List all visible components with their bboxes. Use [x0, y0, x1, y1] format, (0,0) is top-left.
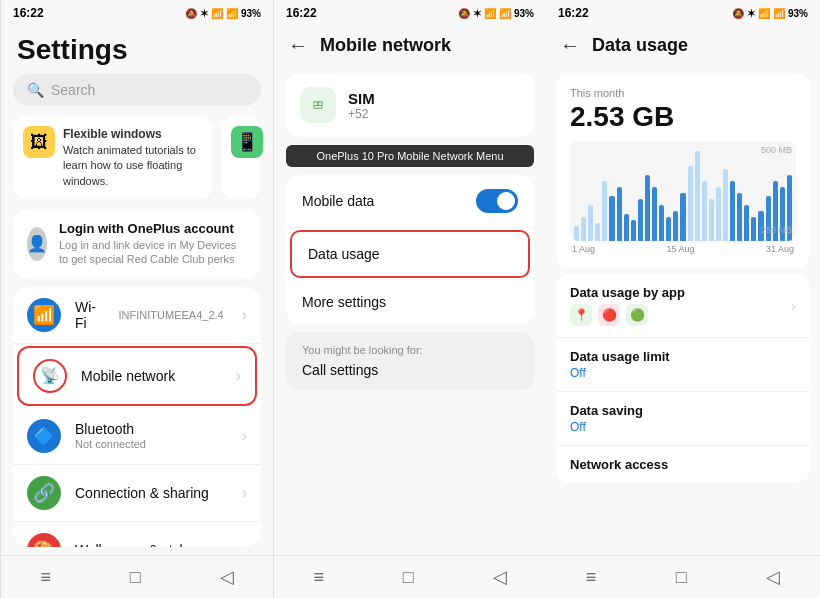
mobile-network-title: Mobile network [320, 35, 451, 56]
login-section[interactable]: 👤 Login with OnePlus account Log in and … [13, 209, 261, 279]
promo-title-flexible: Flexible windows [63, 127, 162, 141]
back-arrow-2[interactable]: ← [288, 34, 308, 57]
status-icons-3: 🔕 ✶ 📶 📶 93% [732, 8, 808, 19]
mobile-network-icon: 📡 [33, 359, 67, 393]
bell-icon-2: 🔕 [458, 8, 470, 19]
hamburger-nav-icon[interactable]: ≡ [40, 567, 51, 588]
chart-bar [695, 151, 700, 241]
back-nav-icon-2[interactable]: ◁ [493, 566, 507, 588]
sim-icon [300, 87, 336, 123]
bluetooth-status-icon: ✶ [473, 8, 481, 19]
status-bar-3: 16:22 🔕 ✶ 📶 📶 93% [546, 0, 820, 24]
bluetooth-sub: Not connected [75, 438, 228, 450]
app-icons-row: 📍 🔴 🟢 [570, 304, 685, 326]
chart-bar [716, 187, 721, 241]
hamburger-nav-icon-2[interactable]: ≡ [313, 567, 324, 588]
settings-item-connection[interactable]: 🔗 Connection & sharing › [13, 465, 261, 522]
chart-bar [574, 226, 579, 241]
mobile-network-label: Mobile network [81, 368, 222, 384]
svg-rect-4 [314, 106, 321, 108]
chart-bar [645, 175, 650, 241]
wallpaper-content: Wallpapers & style [75, 542, 228, 547]
settings-item-wallpaper[interactable]: 🎨 Wallpapers & style › [13, 522, 261, 547]
svg-rect-2 [314, 102, 317, 105]
chart-bar [744, 205, 749, 241]
by-app-chevron-icon: › [791, 298, 796, 314]
chart-bar [659, 205, 664, 241]
chart-bar [737, 193, 742, 241]
settings-item-wifi[interactable]: 📶 Wi-Fi INFINITUMEEA4_2.4 › [13, 287, 261, 344]
chart-bar [631, 220, 636, 241]
cellular-icon: 📶 [226, 8, 238, 19]
cellular-icon-3: 📶 [773, 8, 785, 19]
option-mobile-data[interactable]: Mobile data [286, 175, 534, 228]
mobile-data-toggle[interactable] [476, 189, 518, 213]
chart-label-mid: 15 Aug [666, 244, 694, 254]
chart-bar [773, 181, 778, 241]
sim-info: SIM +52 [348, 90, 375, 121]
suggestion-link[interactable]: Call settings [302, 362, 518, 378]
network-access-label: Network access [570, 457, 668, 472]
back-nav-icon-3[interactable]: ◁ [766, 566, 780, 588]
status-bar-1: 16:22 🔕 ✶ 📶 📶 93% [1, 0, 273, 24]
wallpaper-chevron-icon: › [242, 541, 247, 547]
status-icons-1: 🔕 ✶ 📶 📶 93% [185, 8, 261, 19]
back-arrow-3[interactable]: ← [560, 34, 580, 57]
data-rows-section: Data usage by app 📍 🔴 🟢 › Data usage lim… [556, 274, 810, 483]
option-more-settings[interactable]: More settings [286, 280, 534, 324]
limit-info: Data usage limit Off [570, 349, 670, 380]
battery-icon: 93% [241, 8, 261, 19]
chart-bar [688, 166, 693, 241]
settings-title: Settings [1, 24, 273, 74]
home-nav-icon-2[interactable]: □ [403, 567, 414, 588]
home-nav-icon-3[interactable]: □ [676, 567, 687, 588]
data-row-saving[interactable]: Data saving Off [556, 392, 810, 446]
promo-desc-flexible: Watch animated tutorials to learn how to… [63, 144, 196, 187]
promo-card-green[interactable]: 📱 [221, 116, 261, 199]
data-usage-header: ← Data usage [546, 24, 820, 67]
back-nav-icon[interactable]: ◁ [220, 566, 234, 588]
chart-x-labels: 1 Aug 15 Aug 31 Aug [570, 244, 796, 254]
search-bar[interactable]: 🔍 Search [13, 74, 261, 106]
hamburger-nav-icon-3[interactable]: ≡ [586, 567, 597, 588]
bell-icon: 🔕 [185, 8, 197, 19]
connection-label: Connection & sharing [75, 485, 228, 501]
login-description: Log in and link device in My Devices to … [59, 238, 247, 267]
promo-card-flexible[interactable]: 🖼 Flexible windows Watch animated tutori… [13, 116, 213, 199]
sim-label: SIM [348, 90, 375, 107]
mobile-data-label: Mobile data [302, 193, 374, 209]
suggestion-label: You might be looking for: [302, 344, 518, 356]
wallpaper-label: Wallpapers & style [75, 542, 228, 547]
home-nav-icon[interactable]: □ [130, 567, 141, 588]
by-app-info: Data usage by app 📍 🔴 🟢 [570, 285, 685, 326]
chart-bar [617, 187, 622, 241]
option-data-usage[interactable]: Data usage [290, 230, 530, 278]
sim-section[interactable]: SIM +52 [286, 73, 534, 137]
bluetooth-icon: ✶ [200, 8, 208, 19]
wifi-content: Wi-Fi [75, 299, 105, 331]
settings-item-mobile-network[interactable]: 📡 Mobile network › [17, 346, 257, 406]
svg-rect-3 [319, 102, 322, 105]
limit-label: Data usage limit [570, 349, 670, 364]
promo-icon-flexible: 🖼 [23, 126, 55, 158]
wifi-icon: 📶 [27, 298, 61, 332]
data-row-network-access[interactable]: Network access [556, 446, 810, 483]
limit-sub: Off [570, 366, 670, 380]
wallpaper-icon: 🎨 [27, 533, 61, 547]
wifi-status-icon: 📶 [484, 8, 496, 19]
chart-bar [609, 196, 614, 241]
data-row-by-app[interactable]: Data usage by app 📍 🔴 🟢 › [556, 274, 810, 338]
status-bar-2: 16:22 🔕 ✶ 📶 📶 93% [274, 0, 546, 24]
panel-mobile-network: 16:22 🔕 ✶ 📶 📶 93% ← Mobile network SIM +… [273, 0, 546, 598]
bottom-nav-1: ≡ □ ◁ [1, 555, 273, 598]
status-time-2: 16:22 [286, 6, 317, 20]
by-app-label: Data usage by app [570, 285, 685, 300]
account-avatar: 👤 [27, 227, 47, 261]
chart-label-end: 31 Aug [766, 244, 794, 254]
instagram-app-icon: 🔴 [598, 304, 620, 326]
settings-item-bluetooth[interactable]: 🔷 Bluetooth Not connected › [13, 408, 261, 465]
wifi-icon-3: 📶 [758, 8, 770, 19]
wifi-signal-icon: 📶 [211, 8, 223, 19]
data-row-limit[interactable]: Data usage limit Off [556, 338, 810, 392]
saving-label: Data saving [570, 403, 643, 418]
